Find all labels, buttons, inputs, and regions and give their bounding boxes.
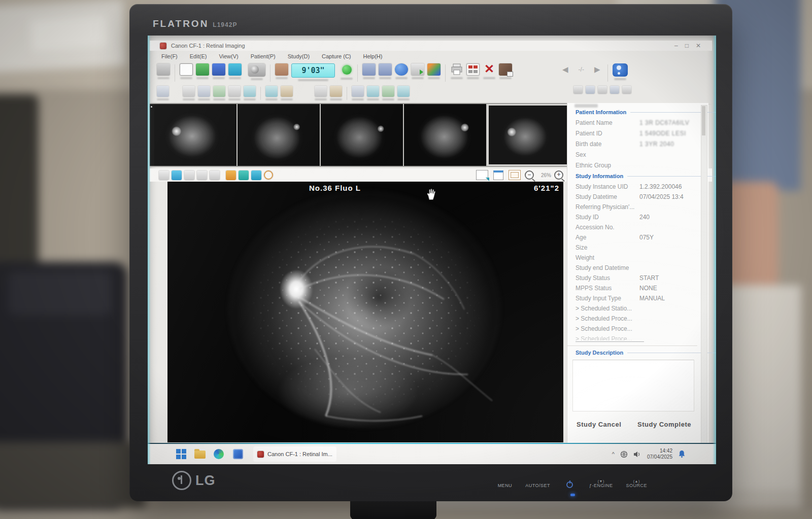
compare-tool-icon[interactable] [226, 170, 236, 180]
measure-tool-icon[interactable] [251, 170, 261, 180]
actual-size-tool-icon[interactable] [172, 170, 182, 180]
pointer-tool-icon[interactable] [159, 170, 169, 180]
send-image-icon[interactable] [476, 170, 488, 180]
field-row: Patient Name1 3R DC67A6ILV [576, 119, 697, 128]
tool-icon[interactable] [244, 86, 256, 97]
menu-bezel-button: MENU [498, 483, 513, 488]
layout-single-icon[interactable] [362, 63, 376, 76]
prev-image-arrow[interactable]: ◀ [562, 63, 568, 76]
thumbnail-2[interactable] [238, 104, 321, 166]
main-image-viewport[interactable]: No.36 Fluo L 6'21"2 [167, 182, 563, 442]
tool-icon[interactable] [610, 86, 619, 94]
scheduled-procedure-row[interactable]: > Scheduled Proce... [576, 325, 697, 334]
lg-emblem-icon [172, 471, 191, 490]
patient-info-icon[interactable] [613, 63, 628, 77]
export-icon[interactable] [212, 63, 225, 76]
menu-study[interactable]: Study(D) [288, 53, 310, 59]
taskbar-app-button[interactable]: Canon CF-1 : Retinal Im... [253, 446, 336, 462]
color-image-icon[interactable] [427, 63, 441, 76]
next-image-arrow[interactable]: ▶ [594, 63, 600, 76]
rotate-tool-icon[interactable] [210, 170, 220, 180]
image-label: No.36 Fluo L [167, 184, 533, 192]
minimize-button[interactable]: – [674, 42, 678, 49]
window-level-tool-icon[interactable] [197, 170, 207, 180]
thumbnail-3[interactable] [321, 104, 404, 166]
tool-icon[interactable] [228, 86, 241, 97]
study-complete-button[interactable]: Study Complete [637, 421, 691, 428]
file-explorer-icon[interactable] [194, 451, 206, 459]
notification-bell-icon[interactable] [678, 450, 686, 458]
print-icon[interactable] [450, 63, 463, 76]
panel-tab[interactable] [574, 104, 598, 108]
tool-icon[interactable] [397, 86, 410, 97]
tool-icon[interactable] [622, 86, 631, 94]
clock[interactable]: 14:42 07/04/2025 [647, 448, 672, 460]
tool-icon[interactable] [315, 86, 327, 97]
menu-patient[interactable]: Patient(P) [251, 53, 276, 59]
menu-edit[interactable]: Edit(E) [190, 53, 207, 59]
tray-chevron-icon[interactable]: ^ [612, 451, 615, 457]
overlay-tool-icon[interactable] [239, 170, 249, 180]
fundus-camera-icon[interactable] [248, 63, 265, 77]
tool-icon[interactable] [330, 86, 342, 97]
screen-share-icon[interactable] [411, 63, 424, 76]
transfer-icon[interactable] [228, 63, 242, 76]
start-button-icon[interactable] [176, 449, 186, 459]
power-led [570, 494, 575, 496]
monitor-brand: FLATRONL1942P [153, 18, 237, 29]
clock-tool-icon[interactable] [395, 63, 408, 76]
scheduled-station-row[interactable]: > Scheduled Statio... [576, 305, 697, 314]
photos-app-icon[interactable] [233, 449, 243, 459]
menu-capture[interactable]: Capture (C) [322, 53, 351, 59]
tool-icon[interactable] [157, 86, 169, 97]
study-cancel-button[interactable]: Study Cancel [577, 421, 621, 428]
study-description-box[interactable] [572, 360, 694, 411]
capture-timer-display: 9'03" [291, 63, 335, 78]
zoom-in-icon[interactable]: + [554, 170, 563, 180]
thumbnail-5-selected[interactable] [487, 104, 569, 166]
tool-icon[interactable] [573, 86, 583, 94]
fit-window-icon[interactable] [509, 170, 521, 180]
delete-icon[interactable]: ✕ [483, 63, 496, 76]
tool-icon[interactable] [281, 86, 293, 97]
menu-file[interactable]: File(F) [161, 53, 178, 59]
window-title: Canon CF-1 : Retinal Imaging [171, 43, 245, 49]
divider [567, 345, 697, 346]
report-icon[interactable] [493, 170, 503, 180]
maximize-button[interactable]: □ [685, 42, 689, 49]
monitor: FLATRONL1942P Canon CF-1 : Retinal Imagi… [129, 4, 732, 501]
menu-help[interactable]: Help(H) [363, 53, 383, 59]
tool-icon[interactable] [382, 86, 394, 97]
thumbnail-1[interactable] [154, 104, 238, 166]
tool-icon[interactable] [183, 86, 195, 97]
scheduled-procedure-row[interactable]: > Scheduled Proce... [576, 315, 697, 324]
tool-icon[interactable] [213, 86, 225, 97]
layout-grid-icon[interactable] [379, 63, 392, 76]
zoom-out-icon[interactable]: – [525, 170, 534, 180]
network-icon[interactable] [620, 451, 628, 458]
image-export-icon[interactable] [499, 63, 512, 76]
menu-view[interactable]: View(V) [219, 53, 238, 59]
mosaic-tool-icon[interactable] [264, 170, 273, 180]
close-button[interactable]: ✕ [696, 42, 701, 49]
panel-scrollbar[interactable] [701, 105, 707, 464]
tool-icon[interactable] [367, 86, 379, 97]
tool-icon[interactable] [598, 86, 607, 94]
thumbnail-4[interactable] [404, 104, 487, 166]
scheduled-procedure-row[interactable]: > Scheduled Proce... [576, 335, 697, 340]
pan-tool-icon[interactable] [184, 170, 194, 180]
tool-icon[interactable] [265, 86, 278, 97]
tool-icon[interactable] [198, 86, 210, 97]
timer-photo-icon[interactable] [275, 63, 288, 76]
new-study-icon[interactable] [180, 63, 193, 76]
film-print-icon[interactable] [466, 63, 480, 76]
edge-browser-icon[interactable] [214, 449, 224, 459]
field-row: Sex [576, 151, 697, 160]
chair-rail [8, 272, 112, 315]
speaker-icon[interactable] [633, 451, 641, 458]
tool-icon[interactable] [586, 86, 595, 94]
study-list-icon[interactable] [157, 63, 170, 76]
tool-icon[interactable] [352, 86, 364, 97]
save-icon[interactable] [196, 63, 209, 76]
backlight-bleed-right [713, 36, 716, 464]
